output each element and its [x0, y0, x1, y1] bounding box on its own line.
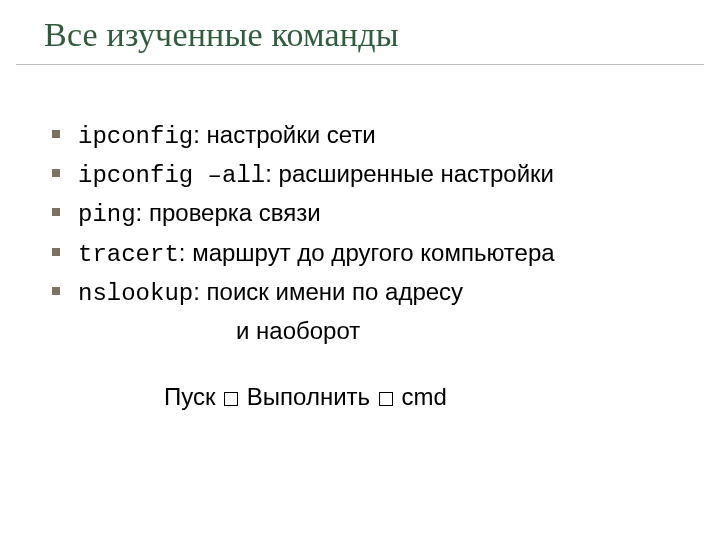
launch-part: Выполнить — [240, 383, 377, 410]
command-desc: : проверка связи — [136, 199, 321, 226]
command-list: ipconfig: настройки сети ipconfig –all: … — [44, 116, 682, 312]
list-item: ipconfig: настройки сети — [48, 116, 682, 155]
command-name: ipconfig –all — [78, 162, 265, 189]
command-desc: : расширенные настройки — [265, 160, 554, 187]
title-divider — [16, 64, 704, 65]
launch-part: cmd — [395, 383, 447, 410]
command-desc: : поиск имени по адресу — [193, 278, 463, 305]
content: ipconfig: настройки сети ipconfig –all: … — [44, 116, 682, 411]
command-desc: : настройки сети — [193, 121, 376, 148]
command-name: ping — [78, 201, 136, 228]
list-item: tracert: маршрут до другого компьютера — [48, 234, 682, 273]
command-name: ipconfig — [78, 123, 193, 150]
command-desc: : маршрут до другого компьютера — [179, 239, 555, 266]
list-item: ipconfig –all: расширенные настройки — [48, 155, 682, 194]
launch-part: Пуск — [164, 383, 222, 410]
continuation-line: и наоборот — [44, 312, 682, 349]
list-item: nslookup: поиск имени по адресу — [48, 273, 682, 312]
list-item: ping: проверка связи — [48, 194, 682, 233]
launch-path: Пуск Выполнить cmd — [44, 383, 682, 411]
arrow-icon — [379, 392, 393, 406]
command-name: tracert — [78, 241, 179, 268]
command-name: nslookup — [78, 280, 193, 307]
page-title: Все изученные команды — [44, 16, 682, 54]
slide: Все изученные команды ipconfig: настройк… — [0, 0, 720, 540]
arrow-icon — [224, 392, 238, 406]
